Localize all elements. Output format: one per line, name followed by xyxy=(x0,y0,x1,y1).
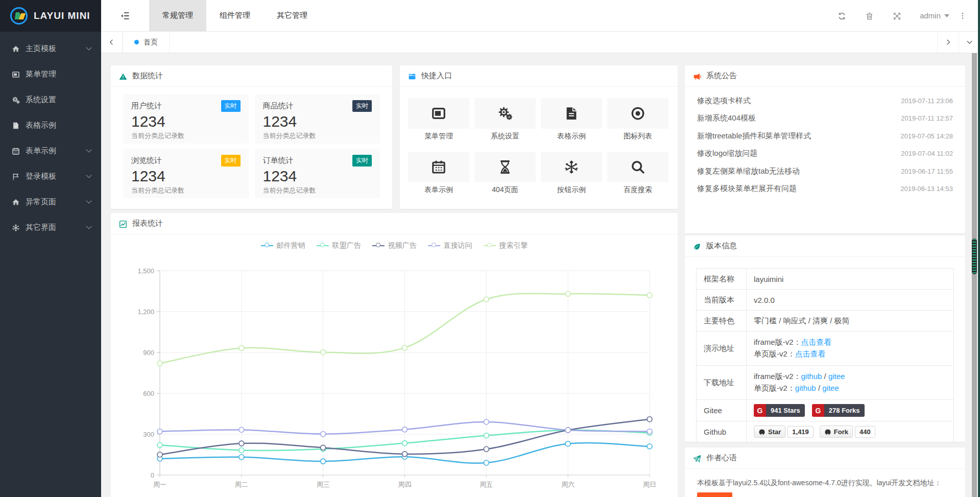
card-title: 版本信息 xyxy=(706,241,737,251)
chevron-down-icon xyxy=(86,223,91,229)
page-tab-home[interactable]: 首页 xyxy=(123,32,170,53)
sidebar-item[interactable]: 登录模板 xyxy=(0,163,101,189)
sidebar-item[interactable]: 其它界面 xyxy=(0,215,101,240)
card-quick-entry: 快捷入口 菜单管理 系统设置 表格示例 图标列表 表单示例 xyxy=(400,65,678,209)
home-icon xyxy=(10,44,21,53)
more-vert-icon[interactable] xyxy=(952,11,973,20)
github-fork-button[interactable]: Fork xyxy=(820,425,853,438)
gitee-forks-badge[interactable]: G278 Forks xyxy=(812,404,865,417)
chevron-down-icon[interactable] xyxy=(959,32,980,53)
notice-item[interactable]: 修改logo缩放问题 2019-07-04 11:02 xyxy=(697,145,953,163)
line-chart: 03006009001,2001,500周一周二周三周四周五周六周日 xyxy=(111,213,678,497)
stat-value: 1234 xyxy=(263,113,372,130)
snowflake-icon xyxy=(564,159,579,175)
scrollbar-track[interactable] xyxy=(972,53,977,497)
sidebar-item[interactable]: 表格示例 xyxy=(0,112,101,138)
gitee-icon: G xyxy=(812,404,824,417)
refresh-icon[interactable] xyxy=(828,11,855,20)
demo-iframe-link[interactable]: 点击查看 xyxy=(801,338,832,346)
github-star-count[interactable]: 1,419 xyxy=(787,426,814,438)
stat-value: 1234 xyxy=(131,168,241,185)
home-icon xyxy=(10,197,21,206)
chevron-right-icon[interactable] xyxy=(937,32,959,53)
demo-onepage-link[interactable]: 点击查看 xyxy=(795,349,826,358)
version-table: 框架名称layuimini 当前版本v2.0.0 主要特色零门槛 / 响应式 /… xyxy=(696,268,954,442)
svg-text:周三: 周三 xyxy=(317,481,330,488)
quick-entry[interactable]: 菜单管理 xyxy=(408,98,469,141)
gitee-stars-badge[interactable]: G941 Stars xyxy=(754,404,805,417)
download-gitee-link[interactable]: gitee xyxy=(828,372,845,381)
stat-value: 1234 xyxy=(131,113,241,130)
github-fork-count[interactable]: 440 xyxy=(855,426,875,438)
realtime-badge: 实时 xyxy=(352,155,372,167)
sidebar-item[interactable]: 系统设置 xyxy=(0,87,101,112)
svg-text:0: 0 xyxy=(151,471,154,479)
header: 常规管理组件管理其它管理 admin xyxy=(101,0,980,32)
paperplane-icon xyxy=(693,453,701,462)
download-github-link[interactable]: github xyxy=(795,384,816,392)
flag-icon xyxy=(10,172,21,181)
svg-text:1,200: 1,200 xyxy=(137,308,154,316)
quick-entry[interactable]: 404页面 xyxy=(474,152,536,195)
card-report-chart: 报表统计 邮件营销联盟广告视频广告直接访问搜索引擎 03006009001,20… xyxy=(111,213,678,497)
notice-item[interactable]: 修改选项卡样式 2019-07-11 23:06 xyxy=(697,92,953,110)
chevron-down-icon xyxy=(86,172,91,178)
card-title: 系统公告 xyxy=(706,71,737,81)
quick-entry[interactable]: 表格示例 xyxy=(541,98,602,141)
stat-box: 用户统计 实时 1234 当前分类总记录数 xyxy=(123,94,249,144)
quick-entry[interactable]: 按钮示例 xyxy=(541,152,602,195)
svg-text:周一: 周一 xyxy=(153,481,166,488)
outdent-icon[interactable] xyxy=(101,0,149,31)
svg-text:周五: 周五 xyxy=(480,481,493,488)
layui-docs-badge[interactable]: layui文档 xyxy=(697,492,732,497)
notice-item[interactable]: 修复多模块菜单栏展开有问题 2019-06-13 14:53 xyxy=(697,180,953,198)
svg-text:周日: 周日 xyxy=(643,481,656,488)
calendar-icon xyxy=(10,146,21,155)
app-title: LAYUI MINI xyxy=(34,10,90,21)
download-github-link[interactable]: github xyxy=(801,372,822,381)
quick-entry[interactable]: 图标列表 xyxy=(607,98,668,141)
scrollbar-thumb[interactable] xyxy=(972,239,977,274)
user-menu[interactable]: admin xyxy=(920,11,949,20)
stat-box: 浏览统计 实时 1234 当前分类总记录数 xyxy=(123,149,249,198)
logo-icon xyxy=(10,7,28,25)
sidebar-item[interactable]: 表单示例 xyxy=(0,138,101,163)
stat-box: 订单统计 实时 1234 当前分类总记录数 xyxy=(255,149,380,198)
app-logo[interactable]: LAYUI MINI xyxy=(0,0,101,32)
expand-icon[interactable] xyxy=(883,11,911,20)
trash-icon[interactable] xyxy=(855,11,883,20)
panel-icon xyxy=(408,71,416,80)
header-nav-tab[interactable]: 组件管理 xyxy=(206,0,264,31)
svg-text:周四: 周四 xyxy=(398,481,412,488)
leaf-icon xyxy=(693,241,701,250)
file-icon xyxy=(10,121,21,130)
sidebar-item[interactable]: 异常页面 xyxy=(0,189,101,215)
sidebar-item[interactable]: 主页模板 xyxy=(0,36,101,61)
github-star-button[interactable]: Star xyxy=(754,425,785,438)
chevron-left-icon[interactable] xyxy=(101,32,123,53)
header-nav-tab[interactable]: 其它管理 xyxy=(264,0,321,31)
notice-item[interactable]: 新增treetable插件和菜单管理样式 2019-07-05 14:28 xyxy=(697,127,953,145)
sidebar-item[interactable]: 菜单管理 xyxy=(0,61,101,87)
stat-value: 1234 xyxy=(263,168,372,185)
svg-text:周六: 周六 xyxy=(561,481,575,488)
chevron-down-icon xyxy=(86,147,91,152)
quick-entry[interactable]: 百度搜索 xyxy=(607,152,668,195)
screen-edge xyxy=(978,0,980,497)
window-icon xyxy=(431,106,446,121)
gears-icon xyxy=(497,106,513,121)
gears-icon xyxy=(10,95,21,104)
svg-text:600: 600 xyxy=(143,390,154,397)
sidebar: LAYUI MINI 主页模板 菜单管理 系统设置 表格示例 表单示例 xyxy=(0,0,101,497)
page-tabbar: 首页 xyxy=(101,32,980,53)
notice-item[interactable]: 修复左侧菜单缩放tab无法移动 2019-06-17 11:55 xyxy=(697,162,953,180)
quick-entry[interactable]: 表单示例 xyxy=(408,152,469,195)
realtime-badge: 实时 xyxy=(352,100,372,112)
realtime-badge: 实时 xyxy=(221,100,241,112)
notice-item[interactable]: 新增系统404模板 2019-07-11 12:57 xyxy=(697,110,953,128)
warning-icon xyxy=(119,71,127,80)
download-gitee-link[interactable]: gitee xyxy=(822,384,839,392)
quick-entry[interactable]: 系统设置 xyxy=(474,98,536,141)
header-nav-tab[interactable]: 常规管理 xyxy=(149,0,206,31)
framework-name: layuimini xyxy=(754,275,946,283)
